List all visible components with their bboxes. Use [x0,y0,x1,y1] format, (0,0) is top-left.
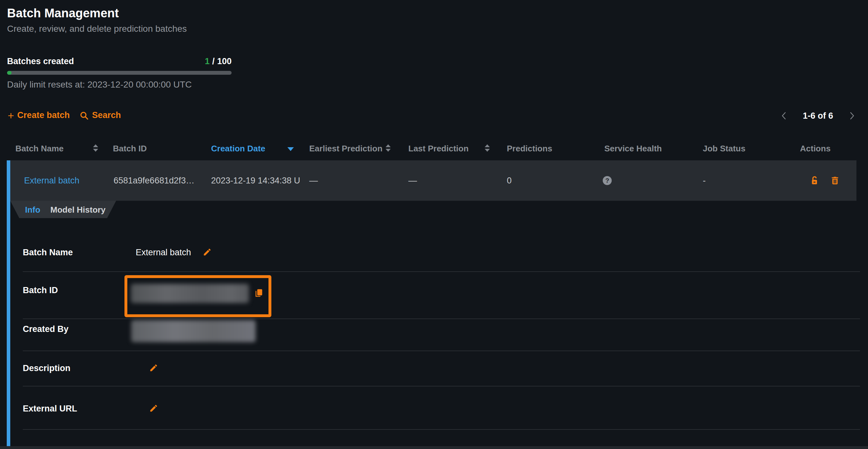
bottom-row-strip [0,446,868,449]
search-label: Search [92,110,121,120]
redacted-batch-id-value [131,284,249,303]
table-row[interactable]: External batch 6581a9fe6681d2f3… 2023-12… [10,160,857,201]
table-header-row: Batch Name Batch ID Creation Date Earlie… [0,136,868,161]
divider [23,318,860,319]
column-header-batch-id: Batch ID [113,143,147,154]
quota-limit: 100 [217,57,231,66]
edit-pencil-icon[interactable] [149,404,158,414]
quota-value: 1/100 [205,57,231,66]
page-subtitle: Create, review, and delete prediction ba… [7,24,187,34]
create-batch-button[interactable]: + Create batch [8,110,70,120]
column-header-actions: Actions [800,143,831,154]
column-header-service-health: Service Health [604,143,662,154]
pagination-range: 1-6 of 6 [803,111,833,121]
quota-reset-note: Daily limit resets at: 2023-12-20 00:00:… [7,79,192,90]
quota-separator: / [212,57,215,66]
job-status-cell: - [703,175,706,186]
detail-value-batch-name: External batch [136,247,191,258]
selected-batch-block: External batch 6581a9fe6681d2f3… 2023-12… [7,160,868,446]
column-header-last-prediction[interactable]: Last Prediction [408,143,469,154]
sort-icon[interactable] [485,144,490,152]
divider [23,271,860,272]
redacted-created-by-value [131,320,256,342]
tab-model-history[interactable]: Model History [50,204,105,215]
quota-used: 1 [205,57,210,66]
last-prediction-cell: — [408,175,417,186]
predictions-cell: 0 [507,175,512,186]
tab-info[interactable]: Info [25,204,40,215]
column-header-job-status: Job Status [703,143,745,154]
batch-name-link[interactable]: External batch [24,175,80,186]
batch-id-cell: 6581a9fe6681d2f3… [114,175,194,186]
divider [23,386,860,386]
creation-date-cell: 2023-12-19 14:34:38 U [211,175,300,186]
quota-label: Batches created [7,57,74,66]
detail-label-batch-id: Batch ID [23,285,58,295]
quota-progress-bar [7,71,231,75]
batch-management-page: Batch Management Create, review, and del… [0,0,868,449]
column-header-creation-date[interactable]: Creation Date [211,143,265,154]
chevron-right-icon[interactable] [848,111,856,121]
column-header-predictions: Predictions [507,143,552,154]
sort-icon[interactable] [93,144,98,152]
column-header-earliest-prediction[interactable]: Earliest Prediction [309,143,382,154]
pagination: 1-6 of 6 [780,110,856,121]
detail-label-external-url: External URL [23,404,77,414]
earliest-prediction-cell: — [309,175,318,186]
chevron-left-icon[interactable] [780,111,788,121]
quota-line: Batches created 1/100 [7,57,231,66]
search-button[interactable]: Search [79,110,121,120]
detail-label-batch-name: Batch Name [23,247,73,258]
unlock-icon[interactable] [810,176,819,187]
quota-progress-fill [7,71,11,75]
detail-label-description: Description [23,363,70,373]
edit-pencil-icon[interactable] [149,363,158,374]
trash-icon[interactable] [830,176,840,187]
page-title: Batch Management [7,6,119,20]
edit-pencil-icon[interactable] [203,248,212,258]
service-health-unknown-icon: ? [603,176,612,185]
plus-icon: + [8,110,14,120]
sort-icon[interactable] [385,144,391,152]
divider [23,429,860,430]
create-batch-label: Create batch [17,110,70,120]
sort-desc-caret-icon[interactable] [287,147,294,151]
search-icon [79,110,89,120]
copy-icon[interactable] [253,288,264,299]
column-header-batch-name[interactable]: Batch Name [16,143,63,154]
divider [23,351,860,351]
detail-label-created-by: Created By [23,324,69,334]
